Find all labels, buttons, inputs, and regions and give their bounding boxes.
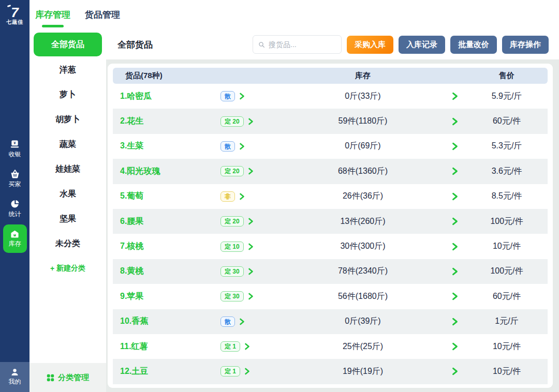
table-row[interactable]: 5.葡萄 非 26件(36斤) 8.5元/件 [113,184,548,209]
rail-profile-label: 我的 [9,378,21,386]
table-row[interactable]: 9.苹果 定 30 56件(1680斤) 60元/件 [113,284,548,309]
price-value: 5.3元/斤 [466,141,548,152]
table-row[interactable]: 12.土豆 定 1 19件(19斤) 10元/件 [113,359,548,384]
product-name: 9.苹果 [113,291,220,302]
rail-item-inventory[interactable]: 库存 [3,224,27,253]
product-name: 10.香蕉 [113,316,220,327]
product-badge-cell: 定 1 [220,341,282,352]
chevron-right-icon[interactable] [451,167,459,175]
toolbar-button[interactable]: 入库记录 [399,36,445,54]
chevron-right-icon[interactable] [247,218,254,225]
person-icon [10,368,19,376]
rail-item-statistics[interactable]: 统计 [3,194,27,223]
product-name: 7.核桃 [113,241,220,252]
price-value: 10元/件 [466,241,548,252]
rail-item-cashier[interactable]: ¥ 收银 [3,134,27,163]
product-name: 6.腰果 [113,216,220,227]
goods-table-card: 货品(78种) 库存 售价 1.哈密瓜 散 0斤(33斤) 5.9元/斤 2.花… [108,64,553,388]
unit-badge: 定 20 [220,216,244,227]
search-input[interactable] [269,40,336,49]
table-row[interactable]: 3.生菜 散 0斤(69斤) 5.3元/斤 [113,134,548,159]
category-item[interactable]: 水果 [30,182,106,206]
table-row[interactable]: 11.红薯 定 1 25件(25斤) 10元/件 [113,334,548,359]
chevron-right-icon[interactable] [451,243,459,251]
table-row[interactable]: 2.花生 定 20 59件(1180斤) 60元/件 [113,109,548,133]
table-row[interactable]: 1.哈密瓜 散 0斤(33斤) 5.9元/斤 [113,84,548,109]
tab-goods-management[interactable]: 货品管理 [84,7,121,23]
pie-chart-icon [10,199,20,208]
category-item[interactable]: 坚果 [30,206,106,231]
toolbar-button[interactable]: 库存操作 [502,36,549,54]
category-list: 洋葱 萝卜 胡萝卜 蔬菜 娃娃菜 水果 坚果 未分类 [30,57,106,256]
category-item[interactable]: 未分类 [30,231,106,256]
unit-badge: 定 10 [220,242,244,252]
product-badge-cell: 定 20 [220,216,282,227]
unit-badge: 非 [220,191,235,202]
rail-nav: ¥ 收银 买家 统计 库存 [3,134,27,254]
rail-item-label: 统计 [9,210,21,219]
rail-item-profile[interactable]: 我的 [0,362,30,392]
add-category-button[interactable]: + 新建分类 [30,256,106,281]
table-row[interactable]: 10.香蕉 散 0斤(39斤) 1元/斤 [113,309,548,334]
table-row[interactable]: 6.腰果 定 20 13件(260斤) 100元/件 [113,209,548,234]
lower-area: 全部货品 洋葱 萝卜 胡萝卜 蔬菜 娃娃菜 水果 坚果 未分类 + 新建分类 分… [30,29,559,392]
chevron-right-icon[interactable] [244,343,251,350]
chevron-right-icon[interactable] [239,93,245,100]
product-badge-cell: 非 [220,191,282,202]
unit-badge: 定 1 [220,366,240,376]
chevron-right-icon[interactable] [247,268,254,275]
stock-value: 0斤(69斤) [282,141,444,152]
all-goods-button[interactable]: 全部货品 [34,33,102,56]
category-item[interactable]: 洋葱 [30,57,106,82]
category-manage-label: 分类管理 [58,373,89,383]
product-name: 8.黄桃 [113,266,220,277]
grid-clover-icon [47,374,54,382]
add-category-label: 新建分类 [56,264,85,273]
chevron-right-icon[interactable] [451,117,459,126]
category-item[interactable]: 蔬菜 [30,132,106,157]
chevron-right-icon[interactable] [451,367,459,375]
chevron-right-icon[interactable] [247,243,254,250]
chevron-right-icon[interactable] [247,293,254,300]
chevron-right-icon[interactable] [451,318,459,326]
cash-register-icon: ¥ [10,140,20,148]
chevron-right-icon[interactable] [451,267,459,276]
search-box[interactable] [253,35,342,54]
chevron-right-icon[interactable] [451,142,459,150]
chevron-right-icon[interactable] [239,193,245,200]
product-name: 4.阳光玫瑰 [113,166,220,177]
stock-value: 25件(25斤) [282,341,444,352]
table-row[interactable]: 4.阳光玫瑰 定 20 68件(1360斤) 3.6元/件 [113,159,548,184]
stock-value: 78件(2340斤) [282,266,444,277]
table-body: 1.哈密瓜 散 0斤(33斤) 5.9元/斤 2.花生 定 20 59件(118… [113,84,548,384]
stock-value: 0斤(39斤) [282,316,444,327]
chevron-right-icon[interactable] [239,318,245,325]
chevron-right-icon[interactable] [451,342,459,351]
category-sidebar: 全部货品 洋葱 萝卜 胡萝卜 蔬菜 娃娃菜 水果 坚果 未分类 + 新建分类 分… [30,29,106,392]
tab-inventory-management[interactable]: 库存管理 [34,7,71,23]
chevron-right-icon[interactable] [451,192,459,201]
category-manage-button[interactable]: 分类管理 [30,363,106,392]
toolbar-button[interactable]: 批量改价 [450,36,497,54]
chevron-right-icon[interactable] [244,368,251,375]
right-pane: 库存管理 货品管理 全部货品 洋葱 萝卜 胡萝卜 蔬菜 娃娃菜 水果 坚果 未分… [30,0,559,392]
chevron-right-icon[interactable] [451,217,459,225]
chevron-right-icon[interactable] [247,118,254,125]
category-item[interactable]: 娃娃菜 [30,157,106,182]
stock-value: 68件(1360斤) [282,166,444,177]
chevron-right-icon[interactable] [239,143,245,150]
rail-item-buyers[interactable]: 买家 [3,164,27,193]
stock-value: 26件(36斤) [282,191,444,202]
table-row[interactable]: 7.核桃 定 10 30件(300斤) 10元/件 [113,234,548,259]
chevron-right-icon[interactable] [247,168,254,175]
unit-badge: 散 [220,316,235,327]
chevron-right-icon[interactable] [451,292,459,300]
stock-value: 59件(1180斤) [282,116,444,127]
chevron-right-icon[interactable] [451,92,459,100]
table-row[interactable]: 8.黄桃 定 30 78件(2340斤) 100元/件 [113,259,548,284]
category-item[interactable]: 萝卜 [30,82,106,107]
unit-badge: 定 20 [220,166,244,176]
category-item[interactable]: 胡萝卜 [30,107,106,132]
unit-badge: 定 20 [220,116,244,127]
toolbar-button[interactable]: 采购入库 [347,36,393,54]
